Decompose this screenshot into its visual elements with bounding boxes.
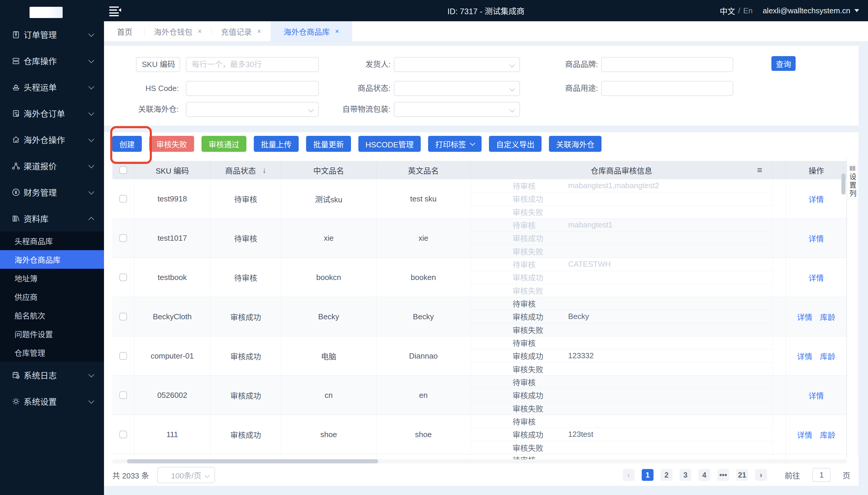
create-button[interactable]: 创建 bbox=[112, 136, 142, 152]
column-menu-icon[interactable]: ≡ bbox=[757, 165, 762, 175]
batch-update-button[interactable]: 批量更新 bbox=[306, 136, 351, 152]
batch-upload-button[interactable]: 批量上传 bbox=[254, 136, 299, 152]
page-button-2[interactable]: 2 bbox=[661, 469, 673, 481]
custom-export-button[interactable]: 自定义导出 bbox=[489, 136, 542, 152]
hscode-manage-button[interactable]: HSCODE管理 bbox=[358, 136, 421, 152]
stock-age-link[interactable]: 库龄 bbox=[820, 311, 835, 322]
chevron-down-icon bbox=[88, 136, 94, 142]
audit-status: 审核失败 bbox=[471, 246, 568, 257]
sidebar-subitem-overseas-products[interactable]: 海外仓商品库 bbox=[0, 250, 104, 269]
close-icon[interactable]: × bbox=[257, 27, 261, 35]
detail-link[interactable]: 详情 bbox=[808, 193, 824, 204]
lang-zh[interactable]: 中文 bbox=[720, 5, 735, 16]
usage-input[interactable] bbox=[601, 81, 733, 96]
page-button-3[interactable]: 3 bbox=[680, 469, 691, 481]
cell-en: Diannao bbox=[376, 336, 471, 375]
page-ellipsis-button[interactable]: ••• bbox=[717, 469, 729, 481]
row-checkbox[interactable] bbox=[119, 352, 127, 360]
tab-overseas-wallet[interactable]: 海外仓钱包 × bbox=[144, 21, 211, 41]
hscode-input[interactable] bbox=[186, 81, 319, 96]
header-status[interactable]: 商品状态 ↓ bbox=[210, 161, 281, 179]
packaging-select[interactable] bbox=[394, 102, 520, 117]
tab-home[interactable]: 首页 bbox=[104, 21, 144, 41]
header-sku[interactable]: SKU 编码 bbox=[134, 161, 210, 179]
sidebar-subitem-warehouse-management[interactable]: 仓库管理 bbox=[0, 343, 104, 362]
sidebar-subitem-suppliers[interactable]: 供应商 bbox=[0, 287, 104, 306]
row-checkbox[interactable] bbox=[119, 195, 127, 203]
search-button[interactable]: 查询 bbox=[771, 56, 796, 71]
sidebar-subitem-address-book[interactable]: 地址簿 bbox=[0, 269, 104, 287]
stock-age-link[interactable]: 库龄 bbox=[820, 429, 835, 440]
sidebar-subitem-label: 仓库管理 bbox=[15, 347, 45, 358]
sidebar-subitem-label: 地址簿 bbox=[15, 273, 37, 284]
sidebar-item-order-management[interactable]: 订单管理 bbox=[0, 21, 104, 48]
row-checkbox[interactable] bbox=[119, 431, 127, 438]
table-row: 0526002 审核成功 cn en 待审核 审核成功 审核失败 详情 bbox=[112, 376, 847, 415]
tab-recharge-records[interactable]: 充值记录 × bbox=[211, 21, 271, 41]
header-audit-label: 仓库商品审核信息 bbox=[591, 165, 652, 176]
header-en-name[interactable]: 英文品名 bbox=[376, 161, 471, 179]
detail-link[interactable]: 详情 bbox=[797, 429, 812, 440]
user-menu-caret-icon[interactable] bbox=[854, 9, 859, 12]
vertical-scrollbar-thumb[interactable] bbox=[841, 173, 846, 194]
horizontal-scrollbar-thumb[interactable] bbox=[127, 459, 378, 463]
close-icon[interactable]: × bbox=[335, 27, 339, 35]
house-check-icon bbox=[11, 135, 21, 144]
sidebar: 订单管理 仓库操作 头程运单 海外仓订单 海外仓操作 bbox=[0, 21, 104, 495]
page-button-4[interactable]: 4 bbox=[698, 469, 710, 481]
row-checkbox[interactable] bbox=[119, 273, 127, 281]
detail-link[interactable]: 详情 bbox=[808, 272, 824, 283]
close-icon[interactable]: × bbox=[198, 27, 202, 35]
sidebar-subitem-firstleg-products[interactable]: 头程商品库 bbox=[0, 232, 104, 250]
select-all-checkbox[interactable] bbox=[119, 166, 127, 174]
chevron-down-icon bbox=[88, 189, 94, 194]
sidebar-item-first-leg-shipment[interactable]: 头程运单 bbox=[0, 74, 104, 100]
status-select[interactable] bbox=[394, 81, 520, 96]
sidebar-subitem-vessel-voyage[interactable]: 船名航次 bbox=[0, 306, 104, 325]
sku-input[interactable] bbox=[186, 57, 319, 72]
sidebar-item-system-settings[interactable]: 系统设置 bbox=[0, 388, 104, 414]
link-warehouse-button[interactable]: 关联海外仓 bbox=[549, 136, 601, 152]
shipper-select[interactable] bbox=[394, 57, 520, 72]
audit-pass-button[interactable]: 审核通过 bbox=[202, 136, 246, 152]
row-checkbox[interactable] bbox=[119, 234, 127, 242]
header-audit-info[interactable]: 仓库商品审核信息 ≡ bbox=[471, 161, 772, 179]
print-label-dropdown-button[interactable]: 打印标签 bbox=[428, 136, 481, 152]
sidebar-item-warehouse-operations[interactable]: 仓库操作 bbox=[0, 48, 104, 74]
sidebar-item-overseas-operations[interactable]: 海外仓操作 bbox=[0, 126, 104, 153]
menu-fold-icon[interactable] bbox=[109, 5, 122, 17]
detail-link[interactable]: 详情 bbox=[797, 351, 812, 361]
page-size-select[interactable]: 100条/页 bbox=[157, 467, 215, 483]
row-checkbox[interactable] bbox=[119, 313, 127, 321]
table-row: computer-01 审核成功 电脑 Diannao 待审核 审核成功1233… bbox=[112, 336, 847, 376]
prev-page-button[interactable]: ‹ bbox=[623, 469, 635, 481]
brand-input[interactable] bbox=[601, 57, 733, 72]
audit-status: 审核失败 bbox=[471, 363, 568, 375]
sidebar-item-overseas-orders[interactable]: 海外仓订单 bbox=[0, 100, 104, 126]
sidebar-item-channel-quotes[interactable]: 渠道报价 bbox=[0, 153, 104, 179]
stock-age-link[interactable]: 库龄 bbox=[820, 351, 835, 361]
audit-fail-button[interactable]: 审核失败 bbox=[149, 136, 194, 152]
user-email[interactable]: alexli@walltechsystem.cn bbox=[763, 6, 850, 15]
chevron-down-icon bbox=[470, 140, 475, 146]
tab-overseas-product-library[interactable]: 海外仓商品库 × bbox=[271, 21, 352, 41]
header-cn-name[interactable]: 中文品名 bbox=[281, 161, 376, 179]
sidebar-item-data-library[interactable]: 资料库 bbox=[0, 205, 104, 232]
goto-page-input[interactable] bbox=[813, 468, 831, 482]
sidebar-item-system-logs[interactable]: 系统日志 bbox=[0, 362, 104, 388]
settings-column-toggle[interactable]: 设置列 bbox=[847, 165, 858, 199]
sidebar-item-finance-management[interactable]: 财务管理 bbox=[0, 179, 104, 205]
lang-en[interactable]: En bbox=[743, 6, 753, 15]
cell-sku: test9918 bbox=[134, 179, 210, 218]
page-button-21[interactable]: 21 bbox=[736, 469, 748, 481]
detail-link[interactable]: 详情 bbox=[808, 233, 824, 244]
detail-link[interactable]: 详情 bbox=[797, 311, 812, 322]
row-checkbox[interactable] bbox=[119, 391, 127, 399]
sort-desc-icon[interactable]: ↓ bbox=[262, 166, 266, 175]
warehouse-select[interactable] bbox=[186, 102, 319, 117]
page-button-1[interactable]: 1 bbox=[642, 469, 653, 481]
sidebar-subitem-problem-settings[interactable]: 问题件设置 bbox=[0, 325, 104, 343]
detail-link[interactable]: 详情 bbox=[808, 390, 824, 401]
sku-field-selector[interactable]: SKU 编码 bbox=[136, 57, 180, 72]
next-page-button[interactable]: › bbox=[755, 469, 767, 481]
